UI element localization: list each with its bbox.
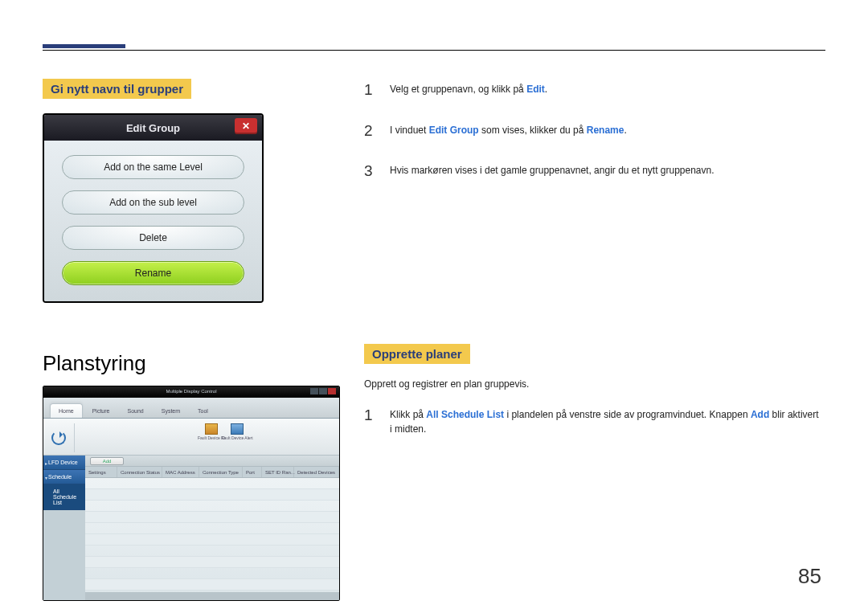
step-1: 1 Velg et gruppenavn, og klikk på Edit. [364, 79, 822, 102]
minimize-icon[interactable] [310, 388, 318, 394]
tab-picture[interactable]: Picture [84, 404, 118, 418]
rename-steps: 1 Velg et gruppenavn, og klikk på Edit. … [364, 79, 822, 183]
col-detected: Detected Devices [294, 467, 339, 477]
schedule-steps: 1 Klikk på All Schedule List i plandelen… [364, 404, 822, 436]
fault-device-id-icon[interactable]: Fault Device ID [201, 422, 222, 441]
sidebar-item-schedule[interactable]: ▾Schedule [43, 470, 85, 484]
table-header-row: Settings Connection Status MAC Address C… [85, 467, 339, 478]
table-body [85, 478, 339, 592]
sidebar-item-all-schedule-list[interactable]: All Schedule List [43, 484, 85, 510]
step-2: 2 I vinduet Edit Group som vises, klikke… [364, 120, 822, 143]
mdc-toolbar: Add [85, 456, 339, 467]
col-connection-status: Connection Status [117, 467, 162, 477]
table-row [85, 478, 339, 489]
add-button[interactable]: Add [90, 457, 124, 465]
step-number: 1 [364, 79, 375, 102]
step-number: 3 [364, 160, 375, 183]
table-row [85, 579, 339, 591]
heading-rename-groups: Gi nytt navn til grupper [43, 79, 191, 99]
ribbon-right: Fault Device ID Fault Device Alert [201, 422, 248, 441]
close-icon[interactable]: ✕ [235, 118, 257, 134]
sidebar-item-label: LFD Device [48, 460, 78, 465]
sidebar-item-label: All Schedule List [53, 488, 76, 505]
ribbon-left [51, 423, 78, 452]
mdc-sidebar: ▸LFD Device ▾Schedule All Schedule List [43, 456, 85, 600]
step-number: 2 [364, 120, 375, 143]
col-mac: MAC Address [162, 467, 199, 477]
step-number: 1 [364, 404, 375, 436]
header-accent [43, 44, 125, 48]
window-buttons [310, 388, 336, 394]
page-number: 85 [798, 564, 821, 589]
close-window-icon[interactable] [328, 388, 336, 394]
sidebar-item-lfd[interactable]: ▸LFD Device [43, 456, 85, 470]
divider [74, 423, 75, 452]
add-same-level-button[interactable]: Add on the same Level [62, 155, 244, 179]
mdc-title-text: Multiple Display Control [166, 389, 216, 394]
col-setid: SET ID Ran... [262, 467, 294, 477]
table-row [85, 489, 339, 501]
dialog-titlebar: Edit Group ✕ [44, 115, 262, 141]
tab-sound[interactable]: Sound [119, 404, 151, 418]
table-row [85, 568, 339, 579]
table-row [85, 501, 339, 512]
rename-button[interactable]: Rename [62, 261, 244, 285]
mdc-status-bar [85, 592, 339, 600]
mdc-titlebar: Multiple Display Control [43, 386, 339, 398]
keyword-add: Add [751, 409, 769, 420]
table-row [85, 557, 339, 568]
col-settings: Settings [85, 467, 117, 477]
dialog-title: Edit Group [126, 122, 180, 134]
table-row [85, 512, 339, 523]
table-row [85, 523, 339, 534]
step-3: 3 Hvis markøren vises i det gamle gruppe… [364, 160, 822, 183]
table-row [85, 546, 339, 557]
mdc-window: Multiple Display Control Home Picture So… [43, 386, 340, 601]
sidebar-item-label: Schedule [48, 474, 72, 480]
fault-device-alert-label: Fault Device Alert [221, 436, 252, 440]
mdc-main: Add Settings Connection Status MAC Addre… [85, 456, 339, 600]
intro-text: Opprett og registrer en plan gruppevis. [364, 378, 822, 390]
edit-group-dialog: Edit Group ✕ Add on the same Level Add o… [43, 113, 264, 303]
dialog-body: Add on the same Level Add on the sub lev… [44, 141, 262, 301]
keyword-edit-group: Edit Group [429, 125, 479, 136]
step-text: Klikk på All Schedule List i plandelen p… [390, 404, 822, 436]
keyword-all-schedule-list: All Schedule List [426, 409, 504, 420]
step-text: Velg et gruppenavn, og klikk på Edit. [390, 79, 547, 102]
maximize-icon[interactable] [319, 388, 327, 394]
mdc-tabs: Home Picture Sound System Tool [43, 398, 339, 419]
mdc-ribbon: Fault Device ID Fault Device Alert [43, 419, 339, 456]
heading-planstyring: Planstyring [43, 351, 340, 376]
sched-step-1: 1 Klikk på All Schedule List i plandelen… [364, 404, 822, 436]
col-conn-type: Connection Type [199, 467, 243, 477]
heading-create-plans: Opprette planer [364, 344, 470, 364]
fault-device-alert-icon[interactable]: Fault Device Alert [227, 422, 248, 441]
header-rule [43, 50, 825, 51]
keyword-rename: Rename [587, 125, 624, 136]
tab-system[interactable]: System [154, 404, 188, 418]
step-text: I vinduet Edit Group som vises, klikker … [390, 120, 627, 143]
table-row [85, 534, 339, 546]
keyword-edit: Edit [526, 84, 545, 95]
tab-home[interactable]: Home [50, 403, 83, 418]
tab-tool[interactable]: Tool [190, 404, 216, 418]
add-sub-level-button[interactable]: Add on the sub level [62, 190, 244, 215]
sidebar-empty [43, 510, 85, 600]
col-port: Port [243, 467, 262, 477]
delete-button[interactable]: Delete [62, 226, 244, 250]
step-text: Hvis markøren vises i det gamle gruppena… [390, 160, 714, 183]
refresh-icon[interactable] [51, 431, 66, 445]
